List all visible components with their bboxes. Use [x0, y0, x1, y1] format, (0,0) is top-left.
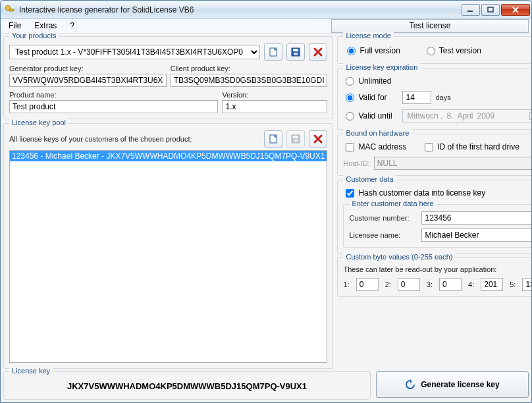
- unlimited-radio[interactable]: Unlimited: [346, 76, 532, 86]
- test-version-radio[interactable]: Test version: [427, 46, 481, 55]
- license-key-value: JKX7V5WWWHADMO4KP5DMWWWB5DJ15QM7PQ-V9UX1: [9, 379, 365, 394]
- byte4-input[interactable]: [481, 278, 503, 291]
- new-product-button[interactable]: [264, 43, 282, 61]
- licensee-name-input[interactable]: [421, 228, 532, 242]
- generate-button[interactable]: Generate license key: [376, 371, 529, 398]
- save-product-button[interactable]: [286, 43, 305, 61]
- expiration-group: License key expiration Unlimited Valid f…: [337, 68, 532, 130]
- license-mode-legend: License mode: [343, 32, 394, 40]
- custom-bytes-group: Custom byte values (0-255 each) These ca…: [337, 257, 532, 297]
- license-key-list[interactable]: 123456 - Michael Becker - JKX7V5WWWHADMO…: [9, 150, 327, 363]
- hardware-group: Bound on hardware MAC address ID of the …: [337, 134, 532, 176]
- byte5-input[interactable]: [522, 278, 532, 291]
- valid-for-radio[interactable]: Valid for: [346, 93, 398, 102]
- svg-rect-2: [467, 11, 473, 12]
- minimize-button[interactable]: [462, 4, 480, 16]
- valid-for-input[interactable]: [402, 91, 431, 104]
- byte1-input[interactable]: [356, 278, 379, 291]
- custom-bytes-legend: Custom byte values (0-255 each): [343, 253, 455, 261]
- close-button[interactable]: [501, 4, 530, 16]
- license-key-group: License key JKX7V5WWWHADMO4KP5DMWWWB5DJ1…: [3, 371, 371, 400]
- byte3-input[interactable]: [439, 278, 462, 291]
- custom-bytes-hint: These can later be read-out by your appl…: [343, 265, 496, 273]
- customer-number-input[interactable]: [421, 211, 532, 225]
- svg-rect-1: [9, 9, 14, 11]
- list-item[interactable]: 123456 - Michael Becker - JKX7V5WWWHADMO…: [10, 151, 327, 161]
- product-name-input[interactable]: [9, 100, 218, 113]
- gen-key-label: Generator product key:: [9, 65, 167, 72]
- your-products-legend: Your products: [9, 32, 59, 40]
- svg-rect-11: [294, 140, 298, 142]
- client-key-label: Client product key:: [171, 65, 328, 72]
- svg-rect-6: [293, 49, 298, 51]
- full-version-radio[interactable]: Full version: [347, 46, 400, 55]
- mac-checkbox[interactable]: MAC address: [346, 142, 406, 151]
- new-key-button[interactable]: [264, 130, 282, 148]
- license-key-pool-legend: License key pool: [9, 119, 68, 126]
- customer-legend: Customer data: [343, 175, 396, 183]
- refresh-icon: [405, 379, 415, 390]
- svg-rect-3: [488, 7, 493, 12]
- hardware-legend: Bound on hardware: [343, 129, 412, 137]
- hostid-label: Host-ID:: [343, 159, 369, 167]
- app-icon: [5, 5, 15, 15]
- version-label: Version:: [222, 91, 327, 99]
- licensee-name-label: Licensee name:: [349, 231, 417, 239]
- pool-list-label: All license keys of your customers of th…: [9, 135, 260, 143]
- menu-extras[interactable]: Extras: [28, 19, 63, 33]
- date-picker: Mittwoch , 8. April 2009: [402, 109, 532, 122]
- product-name-label: Product name:: [9, 91, 218, 99]
- hostid-input: [374, 157, 532, 170]
- window-title: Interactive license generator for SolidL…: [19, 5, 460, 14]
- test-license-button[interactable]: Test license: [331, 19, 529, 33]
- client-key-input[interactable]: [171, 74, 328, 87]
- date-dropdown-icon: [529, 112, 532, 120]
- delete-product-button[interactable]: [309, 43, 327, 61]
- svg-rect-10: [293, 136, 298, 138]
- maximize-button[interactable]: [481, 4, 500, 16]
- valid-until-radio[interactable]: Valid until: [346, 111, 398, 121]
- customer-number-label: Customer number:: [349, 214, 417, 222]
- enter-customer-legend: Enter customer data here: [349, 200, 436, 207]
- expiration-legend: License key expiration: [343, 63, 420, 71]
- license-key-legend: License key: [9, 367, 53, 375]
- hash-checkbox[interactable]: Hash customer data into license key: [343, 187, 532, 199]
- customer-group: Customer data Hash customer data into li…: [337, 180, 532, 254]
- menu-file[interactable]: File: [2, 19, 28, 33]
- svg-rect-7: [294, 53, 298, 55]
- byte2-input[interactable]: [398, 278, 420, 291]
- gen-key-input[interactable]: [9, 74, 167, 87]
- valid-for-unit: days: [435, 94, 450, 101]
- your-products-group: Your products Test product 1.x - V*30FIF…: [3, 36, 333, 119]
- save-key-button[interactable]: [286, 130, 305, 148]
- hdd-checkbox[interactable]: ID of the first hard drive: [425, 142, 519, 151]
- license-key-pool-group: License key pool All license keys of you…: [3, 123, 333, 369]
- menu-help[interactable]: ?: [63, 19, 81, 33]
- version-input[interactable]: [222, 100, 327, 113]
- license-mode-group: License mode Full version Test version: [337, 36, 532, 64]
- delete-key-button[interactable]: [309, 130, 327, 148]
- product-select[interactable]: Test product 1.x - V*30FIFFT305I41T3B4I4…: [9, 45, 260, 59]
